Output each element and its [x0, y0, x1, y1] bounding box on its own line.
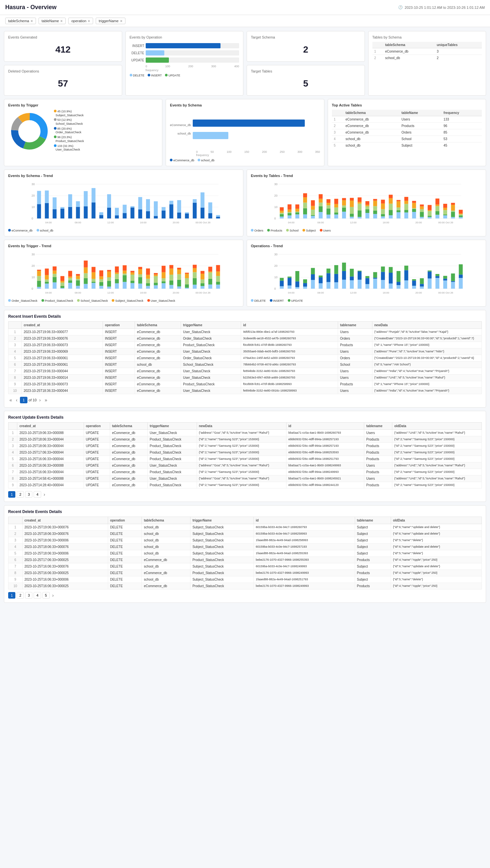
insert-col-id: id — [241, 322, 338, 329]
insert-prev[interactable]: ‹ — [15, 397, 19, 403]
update-page-3[interactable]: 3 — [25, 491, 32, 498]
svg-rect-261 — [115, 279, 119, 283]
svg-rect-324 — [208, 267, 212, 272]
svg-rect-101 — [319, 212, 323, 218]
trend-operations-title: Operations - Trend — [251, 244, 482, 248]
svg-rect-210 — [37, 287, 41, 289]
update-page-1[interactable]: 1 — [8, 491, 16, 498]
svg-rect-382 — [373, 272, 377, 278]
filter-operation[interactable]: operation ✕ — [68, 18, 93, 24]
svg-rect-78 — [280, 213, 284, 214]
svg-rect-36 — [123, 213, 127, 218]
svg-text:20: 20 — [274, 264, 278, 268]
svg-rect-243 — [84, 268, 88, 273]
svg-rect-85 — [287, 205, 292, 210]
svg-rect-89 — [295, 209, 299, 212]
svg-rect-363 — [326, 273, 330, 282]
svg-rect-263 — [115, 273, 119, 274]
svg-rect-287 — [154, 276, 158, 283]
update-page-4[interactable]: 4 — [34, 491, 41, 498]
svg-rect-31 — [99, 212, 103, 215]
svg-rect-125 — [350, 198, 354, 200]
svg-text:16:00: 16:00 — [383, 221, 390, 224]
svg-rect-244 — [84, 260, 88, 268]
filter-tableName[interactable]: tableName ✕ — [38, 18, 66, 24]
main-content: Events Generated 412 Deleted Operations … — [0, 27, 490, 610]
insert-next-last[interactable]: » — [43, 397, 49, 403]
svg-rect-306 — [185, 284, 189, 288]
table-row: 72023-10-25T19:06:33+000044INSERTeCommer… — [8, 368, 482, 375]
svg-rect-237 — [76, 279, 80, 280]
svg-text:10: 10 — [274, 206, 278, 209]
svg-rect-260 — [115, 283, 119, 289]
svg-rect-154 — [397, 201, 400, 207]
filter-x-icon[interactable]: ✕ — [88, 19, 90, 23]
svg-rect-288 — [154, 275, 158, 276]
svg-rect-289 — [154, 273, 158, 274]
delete-page-5[interactable]: 5 — [42, 592, 50, 598]
update-events-table: created_at operation tableSchema trigger… — [8, 422, 482, 489]
svg-text:10: 10 — [274, 276, 278, 279]
svg-rect-171 — [428, 217, 431, 218]
svg-rect-15 — [37, 191, 41, 205]
insert-page-1[interactable]: 1 — [20, 397, 27, 403]
clock-icon: 🕐 — [398, 5, 403, 9]
svg-rect-325 — [216, 285, 220, 289]
svg-text:20: 20 — [32, 194, 35, 197]
table-row: 62023-10-25T16:06:33+000088UPDATEeCommer… — [8, 462, 482, 469]
insert-prev-first[interactable]: « — [8, 397, 13, 403]
svg-rect-281 — [146, 283, 150, 286]
svg-rect-367 — [334, 265, 338, 274]
svg-rect-23 — [68, 194, 72, 207]
svg-rect-316 — [201, 283, 205, 286]
delete-page-1[interactable]: 1 — [8, 592, 16, 598]
svg-rect-106 — [326, 215, 330, 218]
svg-rect-44 — [154, 216, 158, 218]
events-generated-card: Events Generated 412 — [4, 31, 122, 62]
filter-x-icon[interactable]: ✕ — [30, 19, 33, 23]
svg-rect-305 — [185, 288, 189, 289]
delete-page-3[interactable]: 3 — [25, 592, 32, 598]
target-tables-value: 5 — [251, 76, 361, 91]
delete-page-2[interactable]: 2 — [17, 592, 24, 598]
filter-x-icon[interactable]: ✕ — [60, 19, 63, 23]
active-table-row: 4school_dbSchool53 — [332, 136, 482, 143]
svg-rect-32 — [107, 208, 111, 218]
delete-next[interactable]: › — [51, 592, 55, 598]
target-schema-label: Target Schema — [251, 35, 361, 39]
table-row: 92023-10-25T14:28:40+000044UPDATEeCommer… — [8, 482, 482, 489]
svg-text:0: 0 — [32, 287, 33, 290]
svg-text:0: 0 — [274, 217, 276, 220]
table-row: 12023-10-25T19:06:33+000076DELETEschool_… — [8, 524, 482, 531]
svg-rect-169 — [420, 207, 424, 209]
svg-rect-295 — [170, 285, 174, 289]
at-table-header: tableName — [399, 110, 442, 116]
filter-triggerName[interactable]: triggerName ✕ — [96, 18, 125, 24]
filter-x-icon[interactable]: ✕ — [120, 19, 123, 23]
table-row: 82023-10-25T14:58:41+000088UPDATEeCommer… — [8, 475, 482, 482]
svg-rect-247 — [91, 279, 95, 282]
svg-rect-113 — [334, 207, 338, 212]
insert-next[interactable]: › — [38, 397, 42, 403]
svg-rect-242 — [84, 273, 88, 278]
filter-tableSchema[interactable]: tableSchema ✕ — [5, 18, 36, 24]
svg-rect-378 — [366, 278, 369, 284]
svg-rect-385 — [381, 267, 385, 272]
events-by-operation-card: Events by Operation INSERT DELETE UPDATE — [125, 31, 244, 96]
bar-row-insert: INSERT — [130, 43, 240, 48]
svg-rect-146 — [389, 215, 393, 218]
update-next[interactable]: › — [42, 491, 47, 498]
svg-rect-147 — [389, 210, 393, 215]
active-table-row: 3eCommerce_dbOrders85 — [332, 129, 482, 136]
trend-tables-svg: 30 20 10 0 04:00 08:00 12:00 16:00 20:00… — [251, 180, 482, 226]
update-page-2[interactable]: 2 — [17, 491, 24, 498]
svg-rect-81 — [287, 216, 292, 218]
svg-rect-300 — [177, 286, 181, 289]
insert-col-table: tablename — [338, 322, 372, 329]
svg-rect-259 — [107, 270, 111, 271]
svg-rect-100 — [311, 200, 315, 206]
svg-rect-170 — [420, 205, 424, 207]
svg-rect-390 — [397, 282, 400, 285]
delete-page-4[interactable]: 4 — [34, 592, 41, 598]
events-by-trigger-card: Events by Trigger — [4, 99, 162, 166]
